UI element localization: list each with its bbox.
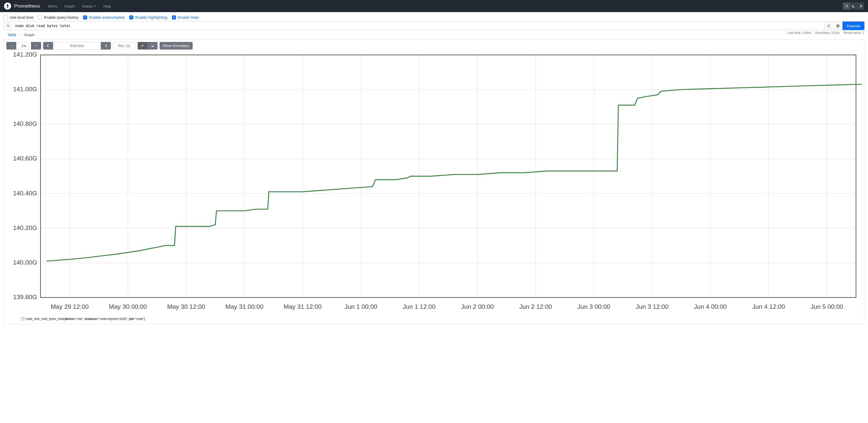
theme-light-button[interactable] (857, 2, 864, 9)
nav-status[interactable]: Status (80, 4, 99, 8)
svg-rect-48 (41, 55, 856, 298)
chart-mode-group (137, 42, 158, 50)
query-row: Execute (0, 22, 868, 30)
expression-input[interactable] (12, 22, 824, 30)
line-chart-icon (141, 44, 145, 48)
svg-text:140.40G: 140.40G (13, 190, 37, 197)
time-forward-button[interactable] (101, 42, 111, 50)
theme-dark-button[interactable] (850, 2, 857, 9)
end-time-input[interactable]: End time (53, 42, 101, 50)
svg-text:May 30 00:00: May 30 00:00 (109, 303, 147, 310)
svg-text:Jun 4 00:00: Jun 4 00:00 (694, 303, 727, 310)
chevron-right-icon (104, 44, 107, 48)
view-tabs: Table Graph (0, 30, 868, 39)
load-time: Load time: 126ms (787, 31, 811, 35)
enable-autocomplete-checkbox[interactable]: Enable autocomplete (83, 15, 125, 20)
metrics-explorer-button[interactable] (3, 22, 12, 30)
chevron-down-icon (94, 5, 96, 7)
use-local-time-checkbox[interactable]: Use local time (3, 15, 33, 20)
line-chart-mode-button[interactable] (137, 42, 148, 50)
execute-button[interactable]: Execute (842, 22, 865, 30)
globe-icon (836, 24, 840, 28)
tab-graph[interactable]: Graph (20, 30, 38, 39)
range-decrease-button[interactable]: − (6, 42, 17, 50)
graph-controls: − 1w + End time Res. (s) Show Exemplars (6, 42, 862, 50)
time-back-button[interactable] (43, 42, 53, 50)
svg-text:Jun 1 12:00: Jun 1 12:00 (403, 303, 435, 310)
svg-text:Jun 2 00:00: Jun 2 00:00 (461, 303, 494, 310)
moon-icon (851, 4, 856, 8)
enable-linter-checkbox[interactable]: Enable linter (172, 15, 199, 20)
gear-icon (844, 4, 848, 8)
svg-point-1 (7, 25, 9, 27)
result-series: Result series: 1 (843, 31, 865, 35)
contrast-icon (859, 4, 863, 8)
svg-text:140.00G: 140.00G (13, 259, 37, 266)
range-increase-button[interactable]: + (31, 42, 41, 50)
legend-label: node_disk_read_bytes_total{device="vda",… (26, 317, 145, 321)
svg-text:141.20G: 141.20G (13, 52, 37, 58)
format-query-button[interactable] (824, 22, 833, 30)
stacked-chart-mode-button[interactable] (148, 42, 158, 50)
nav-graph[interactable]: Graph (62, 4, 78, 8)
show-exemplars-button[interactable]: Show Exemplars (160, 42, 193, 50)
svg-text:Jun 4 12:00: Jun 4 12:00 (752, 303, 785, 310)
nav-help[interactable]: Help (101, 4, 114, 8)
theme-auto-button[interactable] (843, 2, 850, 9)
nav-right (843, 2, 864, 9)
endtime-group: End time (43, 42, 111, 50)
svg-text:Jun 1 00:00: Jun 1 00:00 (345, 303, 377, 310)
range-input[interactable]: 1w (16, 42, 31, 50)
svg-text:May 29 12:00: May 29 12:00 (51, 303, 89, 310)
search-icon (6, 24, 10, 28)
svg-line-2 (8, 26, 9, 27)
svg-text:Jun 5 00:00: Jun 5 00:00 (810, 303, 843, 310)
theme-switcher (843, 2, 864, 9)
svg-text:Jun 3 12:00: Jun 3 12:00 (636, 303, 669, 310)
resolution: Resolution: 2419s (815, 31, 839, 35)
options-row: Use local time Enable query history Enab… (0, 12, 868, 22)
range-group: − 1w + (6, 42, 41, 50)
format-icon (827, 24, 831, 28)
svg-text:141.00G: 141.00G (13, 86, 37, 92)
resolution-input[interactable]: Res. (s) (113, 42, 135, 50)
svg-text:140.60G: 140.60G (13, 155, 37, 162)
svg-text:May 31 00:00: May 31 00:00 (225, 303, 263, 310)
svg-text:Jun 2 12:00: Jun 2 12:00 (519, 303, 552, 310)
chart-area[interactable]: May 29 12:00May 30 00:00May 30 12:00May … (6, 52, 862, 315)
enable-query-history-checkbox[interactable]: Enable query history (38, 15, 79, 20)
nav-left: Prometheus Alerts Graph Status Help (4, 2, 114, 9)
svg-text:May 30 12:00: May 30 12:00 (167, 303, 205, 310)
tab-table[interactable]: Table (3, 30, 20, 39)
area-chart-icon (151, 44, 154, 48)
brand-title: Prometheus (14, 3, 40, 9)
svg-text:139.80G: 139.80G (13, 293, 37, 301)
legend-swatch (22, 317, 24, 320)
svg-text:May 31 12:00: May 31 12:00 (283, 303, 321, 310)
nav-alerts[interactable]: Alerts (45, 4, 60, 8)
svg-text:Jun 3 00:00: Jun 3 00:00 (578, 303, 610, 310)
legend[interactable]: node_disk_read_bytes_total{device="vda",… (6, 315, 862, 321)
svg-text:140.20G: 140.20G (13, 224, 37, 231)
graph-panel: − 1w + End time Res. (s) Show Exemplars … (3, 39, 865, 324)
navbar: Prometheus Alerts Graph Status Help (0, 0, 868, 12)
svg-text:140.80G: 140.80G (13, 120, 37, 127)
chevron-left-icon (46, 44, 50, 48)
enable-highlighting-checkbox[interactable]: Enable highlighting (129, 15, 167, 20)
view-globe-button[interactable] (833, 22, 842, 30)
prometheus-logo-icon (4, 2, 11, 9)
